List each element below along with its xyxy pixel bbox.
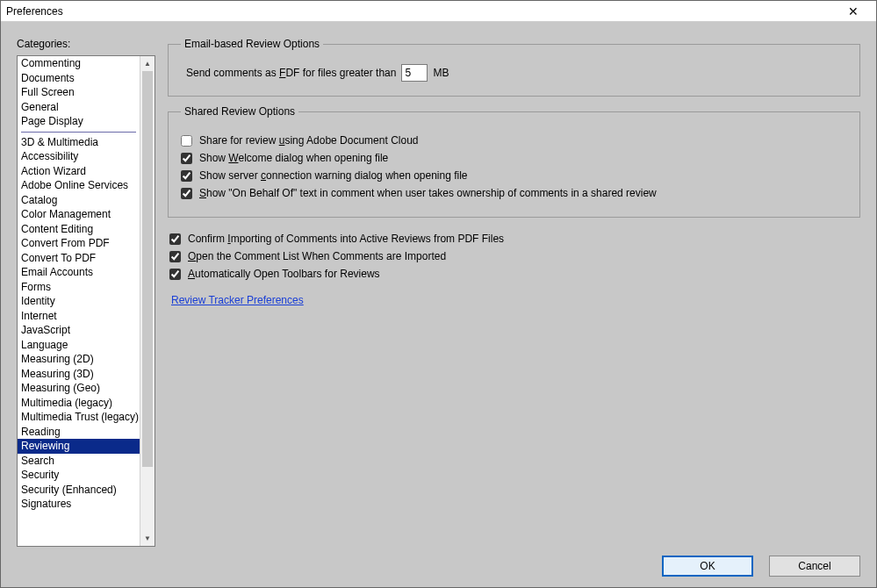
confirm-importing-checkbox[interactable]	[169, 233, 181, 245]
share-cloud-checkbox[interactable]	[181, 135, 192, 147]
on-behalf-of-label: Show "On Behalf Of" text in comment when…	[199, 187, 657, 200]
auto-open-toolbars-checkbox[interactable]	[169, 269, 181, 280]
share-cloud-label: Share for review using Adobe Document Cl…	[199, 134, 419, 147]
server-connection-row: Show server connection warning dialog wh…	[181, 169, 847, 183]
category-item[interactable]: Action Wizard	[18, 164, 140, 179]
categories-label: Categories:	[17, 38, 155, 50]
general-review-options: Confirm Importing of Comments into Activ…	[168, 226, 860, 306]
category-item[interactable]: Email Accounts	[18, 265, 140, 280]
category-item[interactable]: JavaScript	[18, 323, 140, 338]
category-item[interactable]: Convert To PDF	[18, 251, 140, 266]
categories-listbox[interactable]: CommentingDocumentsFull ScreenGeneralPag…	[17, 55, 155, 547]
category-item[interactable]: Search	[18, 454, 140, 469]
category-item[interactable]: Measuring (Geo)	[18, 381, 140, 396]
share-cloud-row: Share for review using Adobe Document Cl…	[181, 134, 847, 147]
category-item[interactable]: Page Display	[18, 114, 140, 129]
category-item[interactable]: Security	[18, 468, 140, 483]
scroll-up-arrow-icon[interactable]: ▲	[140, 56, 155, 71]
category-item[interactable]: Security (Enhanced)	[18, 483, 140, 498]
category-item[interactable]: Accessibility	[18, 149, 140, 164]
fdf-size-input[interactable]	[401, 64, 428, 82]
scroll-down-arrow-icon[interactable]: ▼	[140, 531, 155, 546]
fdf-size-label: Send comments as FDF for files greater t…	[186, 67, 396, 79]
titlebar: Preferences ✕	[1, 1, 876, 22]
open-comment-list-checkbox[interactable]	[169, 251, 181, 262]
category-item[interactable]: Content Editing	[18, 222, 140, 237]
email-review-group: Email-based Review Options Send comments…	[168, 38, 860, 97]
open-comment-list-row: Open the Comment List When Comments are …	[169, 250, 860, 263]
category-item[interactable]: Reading	[18, 425, 140, 440]
confirm-importing-row: Confirm Importing of Comments into Activ…	[169, 233, 860, 246]
category-item[interactable]: General	[18, 100, 140, 115]
server-connection-checkbox[interactable]	[181, 170, 192, 182]
scroll-track[interactable]	[140, 71, 155, 531]
welcome-dialog-checkbox[interactable]	[181, 153, 192, 164]
category-item[interactable]: Convert From PDF	[18, 236, 140, 251]
close-button[interactable]: ✕	[836, 2, 871, 21]
fdf-size-unit: MB	[433, 67, 449, 79]
scroll-thumb[interactable]	[142, 71, 153, 467]
content-area: Categories: CommentingDocumentsFull Scre…	[17, 38, 860, 547]
category-item[interactable]: Internet	[18, 309, 140, 324]
category-item[interactable]: Commenting	[18, 56, 140, 71]
category-item[interactable]: Forms	[18, 280, 140, 295]
auto-open-toolbars-label: Automatically Open Toolbars for Reviews	[188, 268, 380, 281]
category-item[interactable]: 3D & Multimedia	[18, 135, 140, 150]
welcome-dialog-row: Show Welcome dialog when opening file	[181, 152, 847, 165]
close-icon: ✕	[848, 4, 859, 18]
category-item[interactable]: Measuring (2D)	[18, 352, 140, 367]
on-behalf-of-row: Show "On Behalf Of" text in comment when…	[181, 187, 847, 200]
category-item[interactable]: Color Management	[18, 207, 140, 222]
fdf-size-row: Send comments as FDF for files greater t…	[181, 64, 847, 82]
category-item[interactable]: Signatures	[18, 497, 140, 512]
open-comment-list-label: Open the Comment List When Comments are …	[188, 250, 446, 263]
shared-review-group: Shared Review Options Share for review u…	[168, 105, 860, 218]
category-item[interactable]: Language	[18, 338, 140, 353]
category-divider	[21, 132, 136, 133]
server-connection-label: Show server connection warning dialog wh…	[199, 169, 468, 183]
cancel-button[interactable]: Cancel	[769, 556, 860, 577]
email-review-legend: Email-based Review Options	[181, 38, 323, 50]
category-item[interactable]: Measuring (3D)	[18, 367, 140, 382]
category-item[interactable]: Adobe Online Services	[18, 178, 140, 193]
category-item[interactable]: Multimedia Trust (legacy)	[18, 410, 140, 425]
category-item[interactable]: Multimedia (legacy)	[18, 396, 140, 411]
preferences-dialog: Preferences ✕ Categories: CommentingDocu…	[0, 0, 877, 588]
category-item[interactable]: Catalog	[18, 193, 140, 208]
categories-scrollbar[interactable]: ▲ ▼	[140, 56, 155, 546]
dialog-body: Categories: CommentingDocumentsFull Scre…	[1, 22, 876, 587]
welcome-dialog-label: Show Welcome dialog when opening file	[199, 152, 388, 165]
categories-items: CommentingDocumentsFull ScreenGeneralPag…	[18, 56, 140, 546]
auto-open-toolbars-row: Automatically Open Toolbars for Reviews	[169, 268, 860, 281]
ok-button[interactable]: OK	[662, 556, 753, 577]
window-title: Preferences	[6, 5, 63, 18]
category-item[interactable]: Documents	[18, 71, 140, 86]
dialog-footer: OK Cancel	[17, 547, 860, 577]
categories-panel: Categories: CommentingDocumentsFull Scre…	[17, 38, 155, 547]
on-behalf-of-checkbox[interactable]	[181, 188, 192, 199]
category-item[interactable]: Identity	[18, 294, 140, 309]
shared-review-legend: Shared Review Options	[181, 105, 298, 118]
category-item[interactable]: Full Screen	[18, 85, 140, 100]
review-tracker-link[interactable]: Review Tracker Preferences	[171, 294, 304, 306]
confirm-importing-label: Confirm Importing of Comments into Activ…	[188, 233, 504, 246]
category-item[interactable]: Reviewing	[18, 439, 140, 454]
settings-panel: Email-based Review Options Send comments…	[168, 38, 860, 547]
